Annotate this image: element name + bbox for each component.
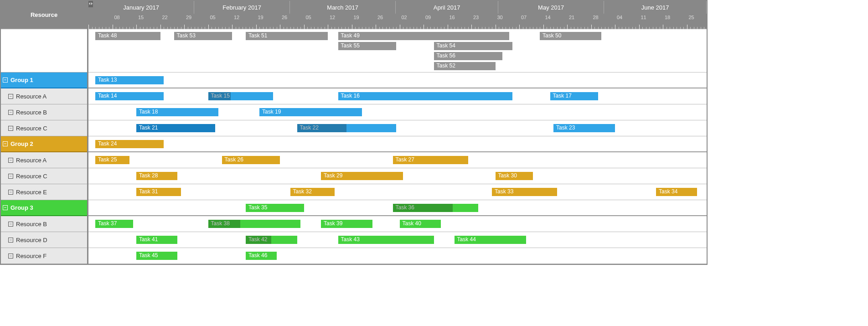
- collapse-icon[interactable]: −: [3, 205, 8, 210]
- task-bar[interactable]: Task 46: [246, 252, 277, 260]
- task-label: Task 46: [248, 252, 267, 259]
- task-label: Task 32: [293, 188, 312, 195]
- task-bar[interactable]: Task 52: [434, 62, 496, 70]
- timeline-row: Task 48Task 53Task 51Task 49Task 50Task …: [88, 29, 707, 72]
- task-label: Task 29: [324, 172, 342, 179]
- resource-label: Resource C: [16, 125, 47, 132]
- task-bar[interactable]: Task 32: [290, 188, 335, 196]
- resource-row-g3rb[interactable]: −Resource B: [1, 216, 87, 232]
- task-label: Task 27: [396, 156, 414, 163]
- task-bar[interactable]: Task 26: [222, 156, 280, 164]
- task-bar[interactable]: Task 24: [95, 140, 164, 148]
- timeline-header: January 2017February 2017March 2017April…: [88, 1, 707, 29]
- task-bar[interactable]: Task 22: [297, 124, 397, 132]
- resource-row-g3rf[interactable]: −Resource F: [1, 248, 87, 264]
- timeline-row: Task 24: [88, 136, 707, 152]
- task-label: Task 34: [659, 188, 677, 195]
- task-bar[interactable]: Task 14: [95, 92, 164, 100]
- task-bar[interactable]: Task 53: [174, 32, 232, 40]
- task-label: Task 13: [98, 77, 117, 83]
- task-bar[interactable]: Task 16: [338, 92, 513, 100]
- task-bar[interactable]: Task 37: [95, 220, 133, 228]
- group-row-g1[interactable]: −Group 1: [1, 72, 87, 88]
- task-bar[interactable]: Task 30: [496, 172, 533, 180]
- task-bar[interactable]: Task 49: [338, 32, 509, 40]
- timeline-row: Task 28Task 29Task 30: [88, 168, 707, 184]
- task-label: Task 49: [341, 32, 360, 39]
- resource-row-g1rc[interactable]: −Resource C: [1, 120, 87, 136]
- collapse-icon[interactable]: −: [8, 190, 13, 195]
- collapse-icon[interactable]: −: [3, 141, 8, 146]
- task-bar[interactable]: Task 28: [136, 172, 177, 180]
- task-label: Task 56: [437, 52, 455, 59]
- resource-row-g1rb[interactable]: −Resource B: [1, 104, 87, 120]
- task-bar[interactable]: Task 40: [400, 220, 441, 228]
- resource-row-g2re[interactable]: −Resource E: [1, 184, 87, 200]
- task-bar[interactable]: Task 38: [208, 220, 301, 228]
- group-row-g3[interactable]: −Group 3: [1, 200, 87, 216]
- collapse-icon[interactable]: −: [8, 174, 13, 179]
- task-bar[interactable]: Task 13: [95, 76, 164, 84]
- task-bar[interactable]: Task 19: [259, 108, 362, 116]
- task-bar[interactable]: Task 23: [553, 124, 615, 132]
- task-bar[interactable]: Task 18: [136, 108, 218, 116]
- collapse-icon[interactable]: −: [3, 78, 8, 83]
- timeline-row: Task 25Task 26Task 27: [88, 152, 707, 168]
- collapse-icon[interactable]: −: [8, 238, 13, 243]
- task-bar[interactable]: Task 33: [492, 188, 557, 196]
- resource-label: Resource A: [16, 157, 46, 164]
- task-bar[interactable]: Task 35: [246, 204, 304, 212]
- timeline-row: Task 37Task 38Task 39Task 40: [88, 216, 707, 232]
- resource-label: Resource F: [16, 253, 46, 259]
- task-label: Task 28: [139, 172, 158, 179]
- task-bar[interactable]: Task 36: [393, 204, 479, 212]
- task-bar[interactable]: Task 51: [246, 32, 328, 40]
- task-bar[interactable]: Task 56: [434, 52, 502, 60]
- timeline-ticks: [88, 24, 707, 29]
- timeline-row: Task 21Task 22Task 23: [88, 120, 707, 136]
- collapse-icon[interactable]: −: [8, 126, 13, 131]
- task-bar[interactable]: Task 54: [434, 42, 513, 50]
- resource-row-g1ra[interactable]: −Resource A: [1, 88, 87, 104]
- task-bar[interactable]: Task 31: [136, 188, 181, 196]
- timeline-row: Task 35Task 36: [88, 200, 707, 216]
- task-label: Task 21: [139, 124, 158, 131]
- resource-row-g3rd[interactable]: −Resource D: [1, 232, 87, 248]
- timeline-row: Task 41Task 42Task 43Task 44: [88, 232, 707, 248]
- collapse-icon[interactable]: −: [8, 94, 13, 99]
- task-bar[interactable]: Task 55: [338, 42, 397, 50]
- task-bar[interactable]: Task 48: [95, 32, 160, 40]
- task-bar[interactable]: Task 44: [455, 236, 527, 244]
- task-bar[interactable]: Task 41: [136, 236, 177, 244]
- collapse-icon[interactable]: −: [8, 222, 13, 227]
- resource-label: Resource E: [16, 189, 47, 196]
- task-bar[interactable]: Task 21: [136, 124, 215, 132]
- timeline[interactable]: January 2017February 2017March 2017April…: [88, 1, 707, 264]
- task-bar[interactable]: Task 27: [393, 156, 468, 164]
- collapse-icon[interactable]: −: [8, 110, 13, 115]
- task-bar[interactable]: Task 15: [208, 92, 274, 100]
- task-bar[interactable]: Task 34: [656, 188, 697, 196]
- task-bar[interactable]: Task 50: [540, 32, 601, 40]
- task-bar[interactable]: Task 42: [246, 236, 297, 244]
- resource-row-g2rc[interactable]: −Resource C: [1, 168, 87, 184]
- task-label: Task 44: [457, 236, 476, 243]
- task-bar[interactable]: Task 45: [136, 252, 177, 260]
- group-row-g2[interactable]: −Group 2: [1, 136, 87, 152]
- collapse-icon[interactable]: −: [8, 158, 13, 163]
- task-label: Task 48: [98, 32, 117, 39]
- task-bar[interactable]: Task 29: [321, 172, 403, 180]
- task-bar[interactable]: Task 39: [321, 220, 372, 228]
- task-bar[interactable]: Task 43: [338, 236, 434, 244]
- resource-column: Resource −Group 1−Resource A−Resource B−…: [1, 1, 88, 264]
- timeline-row: Task 31Task 32Task 33Task 34: [88, 184, 707, 200]
- task-bar[interactable]: Task 17: [550, 92, 598, 100]
- splitter-handle[interactable]: [88, 1, 93, 7]
- task-label: Task 16: [341, 93, 360, 99]
- collapse-icon[interactable]: −: [8, 254, 13, 259]
- task-label: Task 50: [542, 32, 561, 39]
- resource-row-g2ra[interactable]: −Resource A: [1, 152, 87, 168]
- task-label: Task 17: [553, 93, 572, 99]
- task-bar[interactable]: Task 25: [95, 156, 129, 164]
- month-header: January 2017: [88, 1, 194, 14]
